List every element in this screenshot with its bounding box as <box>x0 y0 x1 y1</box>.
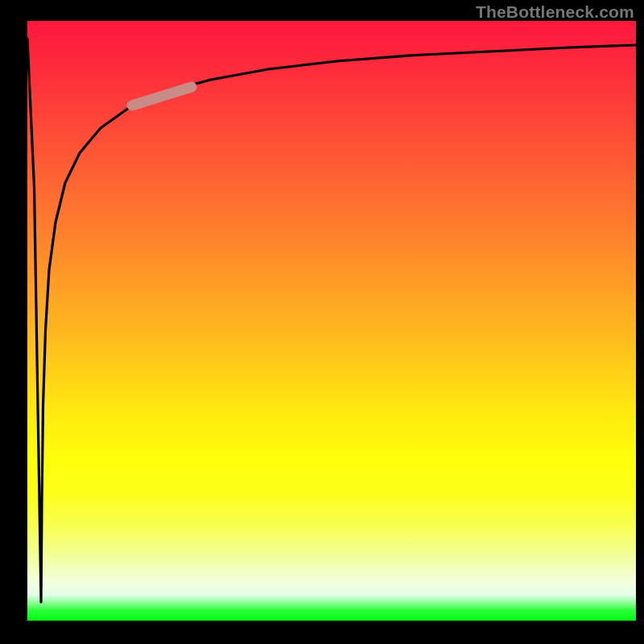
attribution-label: TheBottleneck.com <box>476 2 634 22</box>
chart-plot-area <box>27 21 636 621</box>
chart-stage: TheBottleneck.com <box>0 0 644 644</box>
